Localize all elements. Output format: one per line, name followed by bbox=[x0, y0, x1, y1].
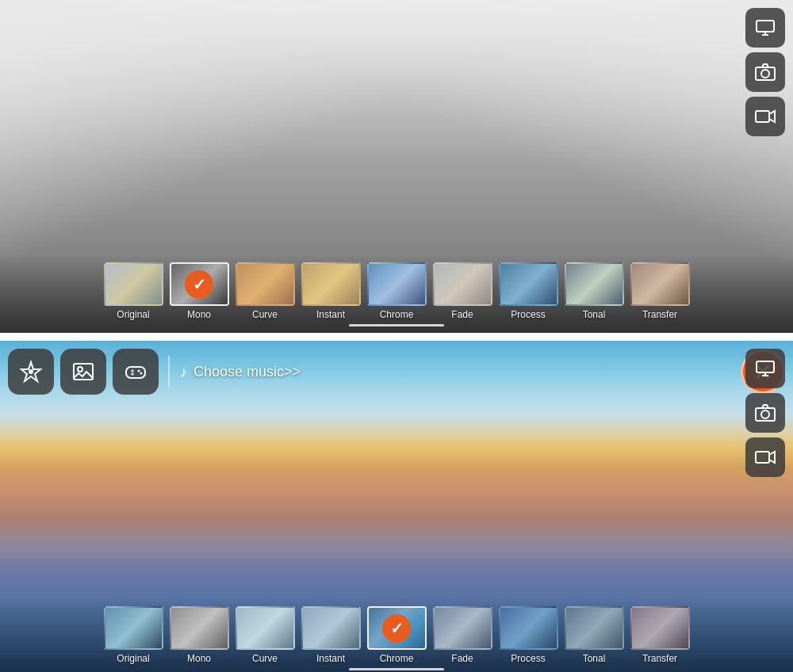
filter-original-bottom[interactable]: Original bbox=[104, 606, 163, 664]
filter-transfer-bottom[interactable]: Transfer bbox=[630, 606, 690, 664]
filter-label-curve-top: Curve bbox=[252, 309, 278, 320]
filter-label-chrome-bottom: Chrome bbox=[380, 653, 414, 664]
music-note-icon: ♪ bbox=[179, 363, 187, 381]
svg-point-16 bbox=[138, 370, 140, 372]
camera-icon-btn[interactable] bbox=[745, 52, 785, 92]
bottom-toolbar: ♪ Choose music>> bbox=[8, 349, 785, 395]
chrome-check-overlay-bottom: ✓ bbox=[369, 608, 425, 648]
filter-mono-top[interactable]: ✓ Mono bbox=[170, 262, 229, 320]
magic-btn[interactable] bbox=[8, 349, 54, 395]
filter-label-original-top: Original bbox=[117, 309, 149, 320]
filter-thumb-instant-bottom bbox=[301, 606, 361, 650]
filter-thumb-instant-top bbox=[301, 262, 361, 306]
svg-rect-5 bbox=[756, 111, 769, 122]
bottom-video-icon-btn[interactable] bbox=[745, 437, 785, 477]
filter-label-instant-top: Instant bbox=[316, 309, 345, 320]
filter-thumb-transfer-top bbox=[630, 262, 690, 306]
filter-label-chrome-top: Chrome bbox=[380, 309, 414, 320]
filter-curve-top[interactable]: Curve bbox=[236, 262, 295, 320]
svg-point-24 bbox=[761, 410, 769, 418]
filter-label-mono-bottom: Mono bbox=[187, 653, 211, 664]
filter-label-process-bottom: Process bbox=[511, 653, 545, 664]
top-side-icons bbox=[745, 8, 785, 136]
svg-marker-6 bbox=[769, 111, 775, 122]
filter-thumb-process-bottom bbox=[499, 606, 558, 650]
filter-transfer-top[interactable]: Transfer bbox=[630, 262, 690, 320]
filter-label-process-top: Process bbox=[511, 309, 545, 320]
filter-thumb-tonal-top bbox=[565, 262, 624, 306]
top-filter-strip: Original ✓ Mono Curve Instant bbox=[0, 254, 793, 333]
top-filter-items: Original ✓ Mono Curve Instant bbox=[8, 262, 785, 320]
screen-icon-btn[interactable] bbox=[745, 8, 785, 48]
filter-chrome-top[interactable]: Chrome bbox=[367, 262, 427, 320]
filter-thumb-curve-bottom bbox=[236, 606, 295, 650]
filter-thumb-chrome-bottom: ✓ bbox=[367, 606, 427, 650]
svg-rect-0 bbox=[757, 21, 774, 32]
filter-instant-bottom[interactable]: Instant bbox=[301, 606, 361, 664]
bottom-side-icons bbox=[745, 349, 785, 477]
filter-thumb-process-top bbox=[499, 262, 558, 306]
bottom-scroll-indicator bbox=[8, 668, 785, 670]
bottom-panel: ♪ Choose music>> bbox=[0, 341, 793, 672]
svg-point-17 bbox=[140, 372, 143, 375]
filter-tonal-top[interactable]: Tonal bbox=[565, 262, 624, 320]
svg-marker-26 bbox=[769, 452, 775, 463]
svg-rect-25 bbox=[756, 452, 769, 463]
filter-label-transfer-bottom: Transfer bbox=[642, 653, 677, 664]
filter-label-transfer-top: Transfer bbox=[642, 309, 677, 320]
top-panel: Original ✓ Mono Curve Instant bbox=[0, 0, 793, 336]
mono-check-overlay-top: ✓ bbox=[171, 264, 228, 304]
filter-original-top[interactable]: Original bbox=[104, 262, 163, 320]
filter-process-bottom[interactable]: Process bbox=[499, 606, 558, 664]
filter-curve-bottom[interactable]: Curve bbox=[236, 606, 295, 664]
top-scroll-bar bbox=[349, 324, 444, 326]
bottom-filter-strip: Original Mono Curve Instant ✓ bbox=[0, 598, 793, 672]
filter-thumb-chrome-top bbox=[367, 262, 427, 306]
filter-label-curve-bottom: Curve bbox=[252, 653, 278, 664]
filter-fade-bottom[interactable]: Fade bbox=[433, 606, 492, 664]
filter-thumb-fade-bottom bbox=[433, 606, 492, 650]
filter-label-fade-top: Fade bbox=[451, 309, 473, 320]
filter-thumb-tonal-bottom bbox=[565, 606, 624, 650]
svg-point-10 bbox=[78, 367, 82, 372]
bottom-screen-icon-btn[interactable] bbox=[745, 349, 785, 388]
filter-thumb-transfer-bottom bbox=[630, 606, 690, 650]
filter-tonal-bottom[interactable]: Tonal bbox=[565, 606, 624, 664]
filter-label-fade-bottom: Fade bbox=[451, 653, 473, 664]
image-btn[interactable] bbox=[60, 349, 106, 395]
svg-point-4 bbox=[761, 70, 769, 78]
music-btn[interactable]: ♪ Choose music>> bbox=[179, 363, 301, 381]
filter-fade-top[interactable]: Fade bbox=[433, 262, 492, 320]
filter-mono-bottom[interactable]: Mono bbox=[170, 606, 229, 664]
filter-thumb-mono-bottom bbox=[170, 606, 229, 650]
bottom-scroll-bar bbox=[349, 668, 444, 670]
top-scroll-indicator bbox=[8, 324, 785, 326]
filter-thumb-fade-top bbox=[433, 262, 492, 306]
music-label: Choose music>> bbox=[193, 364, 301, 380]
svg-rect-20 bbox=[757, 361, 774, 372]
filter-thumb-curve-top bbox=[236, 262, 295, 306]
filter-label-tonal-bottom: Tonal bbox=[583, 653, 606, 664]
svg-rect-9 bbox=[74, 364, 93, 380]
filter-instant-top[interactable]: Instant bbox=[301, 262, 361, 320]
filter-label-instant-bottom: Instant bbox=[316, 653, 345, 664]
filter-chrome-bottom[interactable]: ✓ Chrome bbox=[367, 606, 427, 664]
filter-thumb-original-top bbox=[104, 262, 163, 306]
toolbar-separator bbox=[168, 356, 170, 388]
filter-label-tonal-top: Tonal bbox=[583, 309, 606, 320]
svg-point-8 bbox=[29, 369, 33, 374]
filter-label-original-bottom: Original bbox=[117, 653, 149, 664]
svg-rect-11 bbox=[126, 367, 145, 378]
game-btn[interactable] bbox=[113, 349, 159, 395]
video-icon-btn[interactable] bbox=[745, 97, 785, 136]
filter-process-top[interactable]: Process bbox=[499, 262, 558, 320]
bottom-filter-items: Original Mono Curve Instant ✓ bbox=[8, 606, 785, 664]
bottom-camera-icon-btn[interactable] bbox=[745, 393, 785, 433]
chrome-check-circle-bottom: ✓ bbox=[382, 614, 411, 643]
filter-thumb-original-bottom bbox=[104, 606, 163, 650]
filter-thumb-mono-top: ✓ bbox=[170, 262, 229, 306]
filter-label-mono-top: Mono bbox=[187, 309, 211, 320]
mono-check-circle-top: ✓ bbox=[185, 270, 213, 299]
